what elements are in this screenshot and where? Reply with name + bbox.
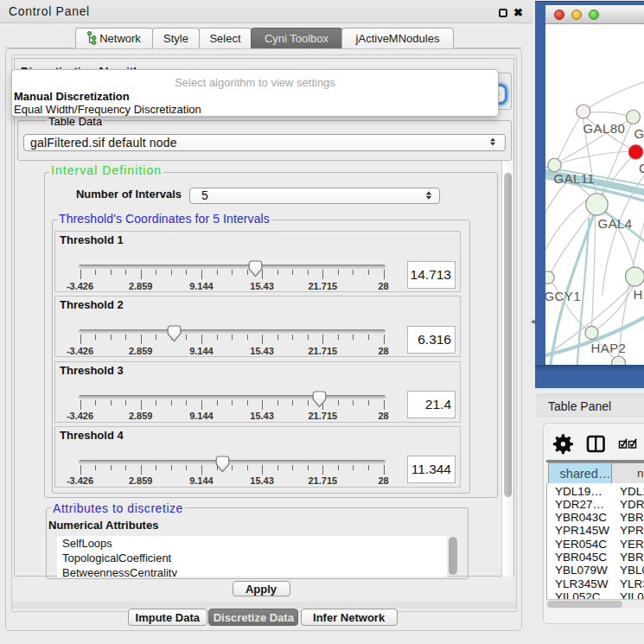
svg-text:CY: CY (639, 161, 644, 175)
svg-text:GCY1: GCY1 (545, 289, 581, 303)
svg-text:HAP2: HAP2 (591, 341, 627, 355)
svg-text:GAL80: GAL80 (583, 121, 626, 136)
svg-text:GAL11: GAL11 (554, 171, 596, 186)
svg-text:GA: GA (634, 126, 644, 141)
svg-text:HI: HI (634, 287, 644, 302)
svg-text:GAL4: GAL4 (598, 216, 633, 231)
